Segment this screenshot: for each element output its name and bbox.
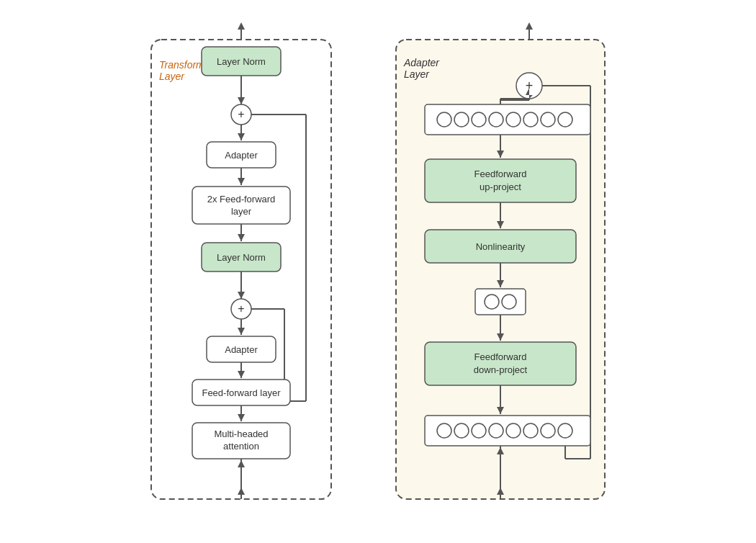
svg-text:Layer Norm: Layer Norm: [217, 56, 266, 67]
left-diagram: Transformer Layer Layer Norm +: [140, 19, 342, 524]
svg-text:Adapter: Adapter: [225, 344, 258, 355]
right-diagram: Adapter Layer +: [385, 19, 616, 524]
svg-point-61: [437, 112, 451, 127]
svg-marker-19: [238, 178, 245, 185]
svg-text:Layer: Layer: [404, 68, 430, 80]
svg-marker-42: [238, 414, 245, 421]
svg-text:Feedforward: Feedforward: [474, 169, 527, 179]
svg-point-64: [489, 112, 503, 127]
svg-point-100: [472, 423, 486, 438]
svg-marker-28: [238, 292, 245, 299]
svg-text:attention: attention: [223, 441, 259, 452]
svg-point-104: [541, 423, 555, 438]
main-container: Transformer Layer Layer Norm +: [0, 0, 756, 543]
svg-marker-49: [238, 488, 245, 495]
svg-point-68: [558, 112, 572, 127]
svg-point-65: [506, 112, 521, 127]
svg-marker-4: [238, 22, 245, 30]
right-diagram-svg: Adapter Layer +: [385, 19, 616, 524]
svg-text:down-project: down-project: [474, 364, 528, 375]
svg-point-89: [502, 295, 516, 309]
left-diagram-svg: Transformer Layer Layer Norm +: [140, 19, 342, 524]
svg-text:up-project: up-project: [480, 181, 521, 192]
svg-text:Multi-headed: Multi-headed: [214, 428, 268, 439]
svg-text:Layer Norm: Layer Norm: [217, 252, 266, 263]
svg-point-67: [541, 112, 555, 127]
svg-marker-47: [238, 460, 245, 467]
svg-text:Adapter: Adapter: [403, 57, 440, 68]
svg-rect-92: [425, 342, 576, 385]
svg-point-101: [489, 423, 503, 438]
svg-rect-78: [425, 159, 576, 202]
svg-point-62: [454, 112, 469, 127]
svg-rect-87: [475, 289, 526, 315]
svg-point-99: [454, 423, 469, 438]
svg-point-102: [506, 423, 521, 438]
svg-marker-34: [238, 328, 245, 335]
svg-marker-15: [238, 133, 245, 140]
svg-text:Feed-forward layer: Feed-forward layer: [202, 387, 281, 398]
svg-point-88: [485, 295, 499, 309]
svg-point-63: [472, 112, 486, 127]
svg-text:+: +: [238, 108, 244, 120]
svg-text:Adapter: Adapter: [225, 150, 258, 161]
svg-text:Layer: Layer: [159, 71, 185, 82]
svg-marker-54: [526, 22, 533, 30]
svg-marker-38: [238, 371, 245, 378]
svg-text:2x Feed-forward: 2x Feed-forward: [207, 194, 276, 205]
svg-point-98: [437, 423, 451, 438]
svg-point-103: [523, 423, 538, 438]
svg-point-66: [523, 112, 538, 127]
svg-text:Nonlinearity: Nonlinearity: [476, 241, 526, 252]
svg-marker-24: [238, 234, 245, 241]
svg-text:Feedforward: Feedforward: [474, 351, 527, 362]
svg-rect-20: [192, 187, 290, 224]
svg-marker-8: [238, 97, 245, 104]
svg-point-105: [558, 423, 572, 438]
svg-text:+: +: [238, 302, 244, 315]
svg-text:layer: layer: [231, 206, 252, 217]
